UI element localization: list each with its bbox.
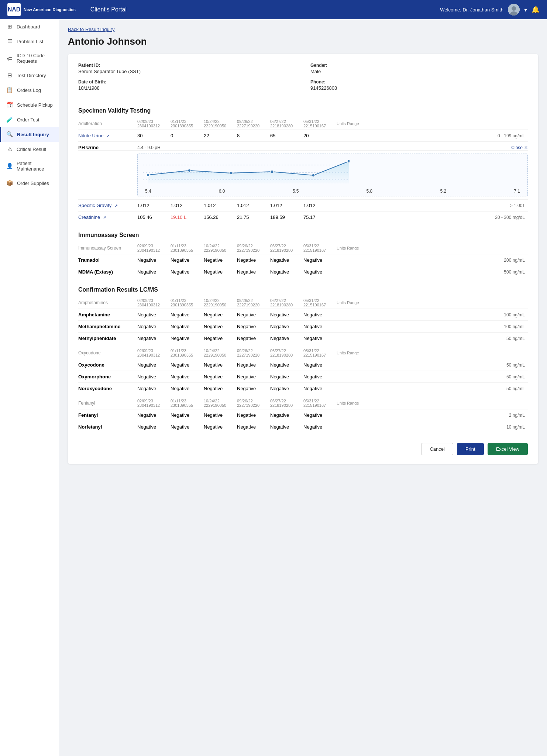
sidebar-item-patient-maintenance[interactable]: 👤 Patient Maintenance: [0, 157, 59, 176]
orders-log-icon: 📋: [6, 87, 13, 93]
excel-button[interactable]: Excel View: [488, 443, 528, 455]
specific-gravity-link[interactable]: Specific Gravity: [78, 203, 111, 208]
main-content: Back to Result Inquiry Antonio Johnson P…: [59, 19, 547, 756]
dropdown-icon[interactable]: ▾: [524, 6, 527, 13]
fentanyl-name: Fentanyl: [78, 409, 137, 421]
confirmation-title: Confirmation Results LC/MS: [78, 286, 528, 293]
sidebar-item-test-directory[interactable]: ⊟ Test Directory: [0, 68, 59, 83]
schedule-pickup-icon: 📅: [6, 102, 13, 108]
specimen-validity-title: Specimen Validity Testing: [78, 107, 528, 114]
sidebar-label-patient-maintenance: Patient Maintenance: [17, 161, 54, 172]
table-row: Noroxycodone NegativeNegative NegativeNe…: [78, 383, 528, 395]
nitrite-val-6: 20: [303, 130, 337, 142]
col-date-2: 01/11/232301390355: [171, 118, 204, 130]
ph-chart: 5.4 6.0 5.5 5.8 5.2 7.1: [137, 154, 528, 196]
gender-value: Male: [310, 69, 528, 74]
sidebar-item-schedule-pickup[interactable]: 📅 Schedule Pickup: [0, 97, 59, 112]
patient-id-value: Serum Separator Tube (SST): [78, 69, 296, 74]
oxymorphone-name: Oxymorphone: [78, 371, 137, 383]
row-name-nitrite: Nitrite Urine ↗: [78, 130, 137, 142]
fentanyl-table: Fentanyl 02/09/232304190312 01/11/232301…: [78, 397, 528, 433]
table-row: Norfetanyl NegativeNegative NegativeNega…: [78, 421, 528, 433]
sidebar-item-order-test[interactable]: 🧪 Order Test: [0, 112, 59, 127]
button-row: Cancel Print Excel View: [78, 443, 528, 455]
svg-point-10: [271, 170, 274, 173]
info-col-left: Patient ID: Serum Separator Tube (SST) D…: [78, 63, 296, 91]
bell-icon[interactable]: 🔔: [531, 6, 540, 14]
oxycodone-table: Oxycodone 02/09/232304190312 01/11/23230…: [78, 347, 528, 394]
patient-id-label: Patient ID:: [78, 63, 296, 68]
specific-gravity-name: Specific Gravity ↗: [78, 200, 137, 212]
nitrite-val-4: 8: [237, 130, 270, 142]
sidebar-item-dashboard[interactable]: ⊞ Dashboard: [0, 19, 59, 34]
table-row: Nitrite Urine ↗ 30 0 22 8 65 20 0 - 199 …: [78, 130, 528, 142]
result-inquiry-icon: 🔍: [6, 131, 13, 138]
critical-result-icon: ⚠: [6, 146, 13, 152]
creatinine-link[interactable]: Creatinine: [78, 214, 100, 220]
gender-label: Gender:: [310, 63, 528, 68]
table-row: Specific Gravity ↗ 1.012 1.012 1.012 1.0…: [78, 200, 528, 212]
table-row: Methamphetamine NegativeNegative Negativ…: [78, 321, 528, 333]
close-icon[interactable]: ✕: [524, 145, 528, 150]
chart-label-1: 5.4: [145, 189, 151, 194]
phone-label: Phone:: [310, 79, 528, 85]
sidebar-label-schedule-pickup: Schedule Pickup: [17, 102, 53, 108]
sidebar-label-order-test: Order Test: [17, 117, 39, 123]
col-date-1: 02/09/232304190312: [137, 118, 171, 130]
logo-box: nad: [7, 3, 21, 16]
phone-value: 9145226808: [310, 85, 528, 91]
col-adulteration: Adulteration: [78, 118, 137, 130]
nitrite-trend-icon: ↗: [106, 134, 110, 138]
creatinine-range: 20 - 300 mg/dL: [337, 212, 528, 223]
svg-point-9: [229, 172, 232, 175]
sidebar-label-test-directory: Test Directory: [17, 73, 46, 78]
order-test-icon: 🧪: [6, 116, 13, 123]
sidebar-item-problem-list[interactable]: ☰ Problem List: [0, 34, 59, 49]
svg-point-12: [347, 160, 350, 163]
ph-close[interactable]: Close ✕: [365, 142, 528, 151]
cancel-button[interactable]: Cancel: [421, 443, 453, 455]
sidebar: ⊞ Dashboard ☰ Problem List 🏷 ICD-10 Code…: [0, 19, 59, 756]
sidebar-item-critical-result[interactable]: ⚠ Critical Result: [0, 142, 59, 157]
oxycodone-name: Oxycodone: [78, 359, 137, 371]
specific-gravity-trend-icon: ↗: [114, 203, 118, 208]
nav-right: Welcome, Dr. Jonathan Smith ▾ 🔔: [440, 4, 540, 16]
patient-maintenance-icon: 👤: [6, 163, 13, 169]
immunoassay-table: Immunoassay Screen 02/09/232304190312 01…: [78, 242, 528, 278]
sidebar-item-icd10[interactable]: 🏷 ICD-10 Code Requests: [0, 49, 59, 68]
nitrite-val-5: 65: [270, 130, 303, 142]
sidebar-label-icd10: ICD-10 Code Requests: [17, 53, 54, 64]
norfetanyl-name: Norfetanyl: [78, 421, 137, 433]
chart-label-4: 5.8: [367, 189, 373, 194]
close-label: Close: [511, 145, 523, 150]
svg-point-7: [147, 173, 149, 176]
avatar: [508, 4, 520, 16]
svg-point-1: [512, 6, 516, 11]
results-card: Patient ID: Serum Separator Tube (SST) D…: [68, 54, 538, 464]
immunoassay-title: Immunoassay Screen: [78, 232, 528, 238]
svg-point-11: [312, 174, 315, 177]
table-row: Oxymorphone NegativeNegative NegativeNeg…: [78, 371, 528, 383]
brand-name: New American Diagnostics: [24, 7, 76, 12]
table-row-ph: PH Urine 4.4 - 9.0 pH Close ✕: [78, 142, 528, 200]
sidebar-item-orders-log[interactable]: 📋 Orders Log: [0, 83, 59, 97]
sidebar-label-result-inquiry: Result Inquiry: [17, 132, 49, 137]
col-units-range: Units Range: [337, 118, 528, 130]
nitrite-urine-link[interactable]: Nitrite Urine: [78, 133, 104, 138]
sidebar-label-problem-list: Problem List: [17, 39, 43, 44]
welcome-text: Welcome, Dr. Jonathan Smith: [440, 7, 503, 13]
print-button[interactable]: Print: [457, 443, 484, 455]
test-directory-icon: ⊟: [6, 72, 13, 79]
chart-svg: [143, 158, 350, 187]
creatinine-red-val: 19.10 L: [171, 214, 186, 220]
top-nav: nad New American Diagnostics Client's Po…: [0, 0, 547, 19]
logo-area: nad New American Diagnostics: [7, 3, 76, 16]
nitrite-val-2: 0: [171, 130, 204, 142]
nitrite-range: 0 - 199 ug/mL: [337, 130, 528, 142]
table-row: Fentanyl NegativeNegative NegativeNegati…: [78, 409, 528, 421]
back-link[interactable]: Back to Result Inquiry: [68, 27, 538, 32]
sidebar-item-order-supplies[interactable]: 📦 Order Supplies: [0, 176, 59, 190]
sidebar-item-result-inquiry[interactable]: 🔍 Result Inquiry: [0, 127, 59, 142]
table-row: Amphetamine NegativeNegative NegativeNeg…: [78, 309, 528, 321]
col-date-4: 09/26/222227190220: [237, 118, 270, 130]
